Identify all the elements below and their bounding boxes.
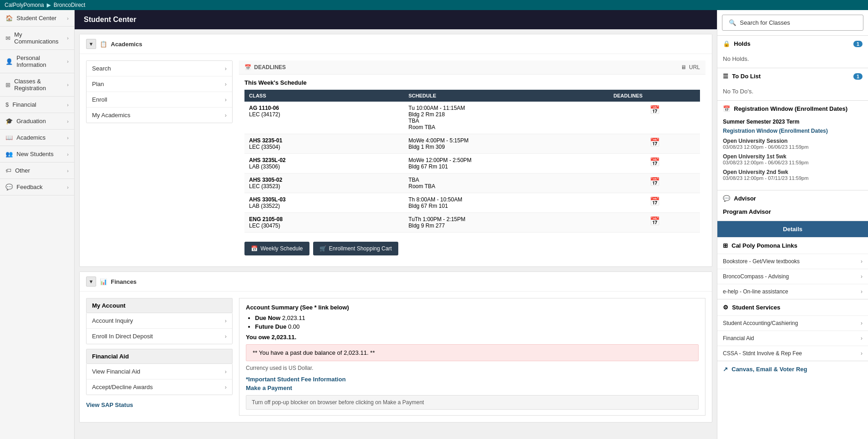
menu-item-account-inquiry[interactable]: Account Inquiry › bbox=[87, 313, 232, 329]
reg-session: Open University Session 03/08/23 12:00pm… bbox=[723, 138, 863, 150]
cal-poly-links-header: ⊞ Cal Poly Pomona Links bbox=[717, 238, 868, 254]
url-link[interactable]: 🖥 URL bbox=[681, 64, 700, 70]
link-item[interactable]: e-help - On-line assistance› bbox=[717, 284, 868, 299]
arrow-icon: › bbox=[861, 273, 863, 280]
holds-label: Holds bbox=[734, 40, 750, 47]
academics-label: Academics bbox=[111, 41, 142, 48]
week-schedule-title: This Week's Schedule bbox=[244, 79, 700, 86]
student-services-section: ⚙ Student Services Student Accounting/Ca… bbox=[717, 299, 868, 361]
menu-item-direct-deposit[interactable]: Enroll In Direct Deposit › bbox=[87, 329, 232, 344]
table-row: AG 1110-06LEC (34172) Tu 10:00AM - 11:15… bbox=[244, 102, 700, 134]
link-item[interactable]: Student Accounting/Cashiering› bbox=[717, 315, 868, 331]
reg-window-term: Summer Semester 2023 Term bbox=[723, 119, 863, 125]
weekly-schedule-btn[interactable]: 📅 Weekly Schedule bbox=[244, 242, 309, 255]
calendar-icon: 📅 bbox=[650, 138, 660, 147]
search-classes-button[interactable]: 🔍 Search for Classes bbox=[722, 15, 863, 31]
student-services-label: Student Services bbox=[732, 304, 781, 311]
details-header: Details bbox=[717, 221, 868, 237]
table-row: AHS 3235L-02LAB (33506) MoWe 12:00PM - 2… bbox=[244, 154, 700, 173]
finances-collapse-btn[interactable]: ▼ bbox=[86, 276, 96, 287]
sidebar-label-financial: Financial bbox=[12, 101, 36, 108]
menu-item-plan[interactable]: Plan › bbox=[87, 76, 232, 92]
link-item[interactable]: BroncoCompass - Advising› bbox=[717, 269, 868, 284]
chevron-icon: › bbox=[67, 16, 69, 21]
canvas-link[interactable]: ↗ Canvas, Email & Voter Reg bbox=[717, 361, 868, 377]
menu-item-enroll[interactable]: Enroll › bbox=[87, 92, 232, 108]
table-row: AHS 3235-01LEC (33504) MoWe 4:00PM - 5:1… bbox=[244, 134, 700, 154]
session-name: Open University 1st 5wk bbox=[723, 153, 863, 160]
reg-session: Open University 1st 5wk 03/08/23 12:00pm… bbox=[723, 153, 863, 165]
todo-label: To Do List bbox=[732, 73, 761, 80]
mortarboard-icon: 🎓 bbox=[5, 118, 13, 125]
arrow-icon: › bbox=[225, 318, 227, 324]
deadline-cell[interactable]: 📅 bbox=[609, 193, 700, 213]
deadlines-label: 📅 DEADLINES bbox=[244, 64, 286, 70]
class-cell: ENG 2105-08LEC (30475) bbox=[244, 213, 404, 233]
link-label: Student Accounting/Cashiering bbox=[723, 320, 798, 326]
deadlines-header: DEADLINES bbox=[609, 90, 700, 102]
sidebar-item-new-students[interactable]: 👥 New Students › bbox=[0, 146, 74, 163]
chevron-icon: › bbox=[67, 168, 69, 173]
sidebar-item-my-communications[interactable]: ✉ My Communications › bbox=[0, 27, 74, 50]
deadline-cell[interactable]: 📅 bbox=[609, 154, 700, 173]
search-icon: 🔍 bbox=[729, 19, 736, 26]
important-fee-link[interactable]: *Important Student Fee Information bbox=[246, 376, 346, 383]
view-sap-link[interactable]: View SAP Status bbox=[86, 400, 233, 410]
external-link-icon: ↗ bbox=[723, 366, 728, 373]
menu-item-accept-decline[interactable]: Accept/Decline Awards › bbox=[87, 379, 232, 395]
chevron-icon: › bbox=[67, 102, 69, 108]
arrow-icon: › bbox=[225, 81, 227, 87]
schedule-cell: TBARoom TBA bbox=[404, 173, 609, 193]
arrow-icon: › bbox=[225, 333, 227, 340]
academics-section-header: ▼ 📋 Academics bbox=[80, 34, 712, 54]
calendar-icon: 📅 bbox=[650, 197, 660, 206]
sidebar-item-other[interactable]: 🏷 Other › bbox=[0, 163, 74, 179]
academics-section: ▼ 📋 Academics Search › Plan bbox=[79, 34, 712, 267]
arrow-icon: › bbox=[225, 369, 227, 375]
sidebar-label-personal-information: Personal Information bbox=[16, 54, 67, 68]
calendar-icon: 📅 bbox=[650, 105, 660, 114]
sidebar-item-personal-information[interactable]: 👤 Personal Information › bbox=[0, 50, 74, 73]
sidebar-item-feedback[interactable]: 💬 Feedback › bbox=[0, 179, 74, 195]
deadline-cell[interactable]: 📅 bbox=[609, 102, 700, 134]
menu-item-view-financial-aid[interactable]: View Financial Aid › bbox=[87, 364, 232, 379]
chevron-icon: › bbox=[67, 35, 69, 41]
deadline-cell[interactable]: 📅 bbox=[609, 134, 700, 154]
link-item[interactable]: Financial Aid› bbox=[717, 331, 868, 346]
schedule-cell: MoWe 12:00PM - 2:50PMBldg 67 Rm 101 bbox=[404, 154, 609, 173]
arrow-icon: › bbox=[225, 384, 227, 390]
sidebar-item-academics[interactable]: 📖 Academics › bbox=[0, 130, 74, 146]
todo-header[interactable]: ☰ To Do List 1 bbox=[717, 68, 868, 84]
breadcrumb-calpolypomona[interactable]: CalPolyPomona bbox=[5, 2, 44, 8]
make-payment-link[interactable]: Make a Payment bbox=[246, 385, 292, 391]
holds-header[interactable]: 🔒 Holds 1 bbox=[717, 36, 868, 52]
schedule-cell: TuTh 1:00PM - 2:15PMBldg 9 Rm 277 bbox=[404, 213, 609, 233]
session-name: Open University 2nd 5wk bbox=[723, 169, 863, 175]
reg-window-body: Summer Semester 2023 Term Registration W… bbox=[717, 117, 868, 190]
class-cell: AHS 3235L-02LAB (33506) bbox=[244, 154, 404, 173]
link-item[interactable]: CSSA - Stdnt Involve & Rep Fee› bbox=[717, 346, 868, 361]
sidebar-item-student-center[interactable]: 🏠 Student Center › bbox=[0, 10, 74, 27]
calendar-icon: 📅 bbox=[650, 157, 660, 167]
reg-window-section: 📅 Registration Window (Enrollment Dates)… bbox=[717, 100, 868, 190]
link-item[interactable]: Bookstore - Get/View textbooks› bbox=[717, 254, 868, 269]
academics-collapse-btn[interactable]: ▼ bbox=[86, 39, 96, 49]
deadline-cell[interactable]: 📅 bbox=[609, 213, 700, 233]
my-account-area: My Account Account Inquiry › Enroll In D… bbox=[86, 298, 233, 416]
reg-window-link[interactable]: Registration Window (Enrollment Dates) bbox=[723, 128, 828, 134]
sidebar-item-graduation[interactable]: 🎓 Graduation › bbox=[0, 113, 74, 130]
sidebar-item-classes-registration[interactable]: ⊞ Classes & Registration › bbox=[0, 73, 74, 97]
lock-icon: 🔒 bbox=[723, 40, 730, 47]
reg-window-label: Registration Window (Enrollment Dates) bbox=[734, 105, 847, 112]
enrollment-cart-btn[interactable]: 🛒 Enrollment Shopping Cart bbox=[313, 242, 398, 255]
deadline-cell[interactable]: 📅 bbox=[609, 173, 700, 193]
account-summary-title: Account Summary (See * link below) bbox=[246, 304, 699, 311]
table-row: ENG 2105-08LEC (30475) TuTh 1:00PM - 2:1… bbox=[244, 213, 700, 233]
menu-item-search[interactable]: Search › bbox=[87, 61, 232, 76]
menu-item-my-academics[interactable]: My Academics › bbox=[87, 108, 232, 123]
sidebar-label-other: Other bbox=[15, 167, 30, 174]
past-due-message: ** You have a past due balance of 2,023.… bbox=[253, 349, 375, 356]
breadcrumb-broncodirect[interactable]: BroncoDirect bbox=[54, 2, 85, 8]
home-icon: 🏠 bbox=[5, 15, 13, 22]
sidebar-item-financial[interactable]: $ Financial › bbox=[0, 97, 74, 113]
